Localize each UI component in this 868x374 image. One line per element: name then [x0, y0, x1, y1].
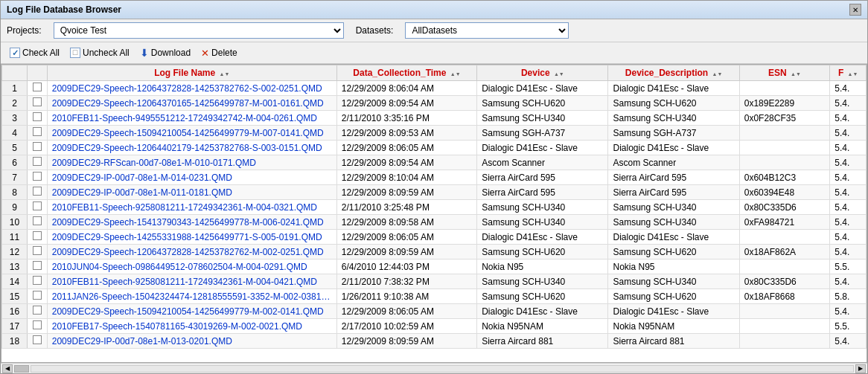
col-header-logfile[interactable]: Log File Name ▲▼ [47, 65, 336, 81]
close-button[interactable]: ✕ [849, 4, 861, 16]
row-check-cell[interactable] [28, 111, 48, 126]
col-header-desc[interactable]: Device_Description ▲▼ [608, 65, 739, 81]
row-checkbox[interactable] [33, 201, 42, 210]
log-table-container[interactable]: Log File Name ▲▼ Data_Collection_Time ▲▼… [1, 64, 867, 363]
row-device-cell: Samsung SCH-U620 [477, 289, 608, 304]
row-time-cell: 12/29/2009 8:06:05 AM [336, 230, 476, 245]
row-desc-cell: Samsung SCH-U620 [608, 96, 739, 111]
row-check-cell[interactable] [28, 230, 48, 245]
row-checkbox[interactable] [33, 246, 42, 255]
row-checkbox[interactable] [33, 216, 42, 225]
row-f-cell: 5.4. [830, 334, 867, 349]
row-checkbox[interactable] [33, 83, 42, 91]
projects-select[interactable]: Qvoice Test [54, 22, 344, 39]
sort-icon-desc[interactable]: ▲▼ [712, 71, 723, 77]
row-checkbox[interactable] [33, 112, 42, 121]
row-checkbox[interactable] [33, 276, 42, 285]
row-checkbox[interactable] [33, 187, 42, 196]
row-num-cell: 13 [2, 259, 28, 274]
row-esn-cell: 0x604B12C3 [739, 170, 830, 185]
row-num-cell: 9 [2, 200, 28, 215]
sort-icon-logfile[interactable]: ▲▼ [220, 71, 230, 77]
projects-row: Projects: Qvoice Test Datasets: AllDatas… [1, 19, 867, 42]
row-f-cell: 5.4. [830, 304, 867, 319]
row-checkbox[interactable] [33, 157, 42, 166]
row-check-cell[interactable] [28, 141, 48, 155]
row-f-cell: 5.4. [830, 215, 867, 230]
row-logfile-cell: 2009DEC29-Speech-15094210054-14256499779… [47, 304, 336, 319]
col-header-time[interactable]: Data_Collection_Time ▲▼ [336, 65, 476, 81]
table-row: 11 2009DEC29-Speech-14255331988-14256499… [2, 230, 867, 245]
row-f-cell: 5.4. [830, 111, 867, 126]
row-esn-cell: 0x189E2289 [739, 96, 830, 111]
check-all-label: Check All [22, 48, 60, 58]
scroll-left-button[interactable]: ◀ [2, 364, 13, 373]
sort-icon-esn[interactable]: ▲▼ [791, 71, 801, 77]
row-f-cell: 5.5. [830, 319, 867, 334]
datasets-select[interactable]: AllDatasets [405, 22, 569, 39]
row-checkbox[interactable] [33, 306, 42, 315]
row-checkbox[interactable] [33, 231, 42, 240]
horizontal-scrollbar[interactable]: ◀ ▶ [1, 363, 867, 373]
row-checkbox[interactable] [33, 127, 42, 136]
row-check-cell[interactable] [28, 170, 48, 185]
row-num-cell: 1 [2, 81, 28, 96]
row-check-cell[interactable] [28, 155, 48, 170]
row-check-cell[interactable] [28, 274, 48, 289]
row-checkbox[interactable] [33, 261, 42, 270]
row-f-cell: 5.4. [830, 96, 867, 111]
table-row: 5 2009DEC29-Speech-12064402179-142537827… [2, 141, 867, 155]
table-header-row: Log File Name ▲▼ Data_Collection_Time ▲▼… [2, 65, 867, 81]
row-device-cell: Sierra AirCard 595 [477, 170, 608, 185]
sort-icon-f[interactable]: ▲▼ [848, 71, 858, 77]
row-time-cell: 1/26/2011 9:10:38 AM [336, 289, 476, 304]
row-check-cell[interactable] [28, 200, 48, 215]
scroll-track-h[interactable] [31, 365, 854, 373]
row-check-cell[interactable] [28, 319, 48, 334]
col-header-device[interactable]: Device ▲▼ [477, 65, 608, 81]
row-logfile-cell: 2009DEC29-Speech-12064372828-14253782762… [47, 81, 336, 96]
row-check-cell[interactable] [28, 304, 48, 319]
row-time-cell: 12/29/2009 8:06:05 AM [336, 304, 476, 319]
row-logfile-cell: 2009DEC29-Speech-12064370165-14256499787… [47, 96, 336, 111]
row-esn-cell [739, 334, 830, 349]
col-header-f[interactable]: F ▲▼ [830, 65, 867, 81]
uncheck-all-button[interactable]: ☐ Uncheck All [67, 46, 133, 59]
row-num-cell: 11 [2, 230, 28, 245]
row-checkbox[interactable] [33, 320, 42, 329]
row-check-cell[interactable] [28, 81, 48, 96]
row-check-cell[interactable] [28, 96, 48, 111]
row-logfile-cell: 2009DEC29-Speech-12064372828-14253782762… [47, 245, 336, 259]
row-checkbox[interactable] [33, 142, 42, 151]
row-checkbox[interactable] [33, 291, 42, 300]
row-check-cell[interactable] [28, 185, 48, 200]
check-all-button[interactable]: ✓ Check All [7, 46, 63, 59]
row-desc-cell: Sierra AirCard 595 [608, 185, 739, 200]
row-logfile-cell: 2009DEC29-RFScan-00d7-08e1-M-010-0171.QM… [47, 155, 336, 170]
row-checkbox[interactable] [33, 335, 42, 344]
row-device-cell: Sierra Aircard 881 [477, 334, 608, 349]
download-button[interactable]: ⬇ Download [137, 45, 194, 60]
delete-button[interactable]: ✕ Delete [198, 46, 240, 60]
row-checkbox[interactable] [33, 97, 42, 106]
row-f-cell: 5.8. [830, 289, 867, 304]
scroll-right-button[interactable]: ▶ [855, 364, 866, 373]
row-device-cell: Nokia N95 [477, 259, 608, 274]
row-f-cell: 5.4. [830, 185, 867, 200]
row-esn-cell: 0xFA984721 [739, 215, 830, 230]
row-checkbox[interactable] [33, 172, 42, 181]
row-device-cell: Dialogic D41Esc - Slave [477, 81, 608, 96]
scroll-thumb-h[interactable] [14, 365, 29, 373]
row-esn-cell [739, 304, 830, 319]
row-check-cell[interactable] [28, 215, 48, 230]
row-check-cell[interactable] [28, 259, 48, 274]
row-esn-cell: 0x18AF8668 [739, 289, 830, 304]
row-check-cell[interactable] [28, 126, 48, 141]
delete-label: Delete [211, 48, 237, 58]
row-check-cell[interactable] [28, 334, 48, 349]
sort-icon-device[interactable]: ▲▼ [554, 71, 564, 77]
col-header-esn[interactable]: ESN ▲▼ [739, 65, 830, 81]
sort-icon-time[interactable]: ▲▼ [450, 71, 461, 77]
row-check-cell[interactable] [28, 289, 48, 304]
row-check-cell[interactable] [28, 245, 48, 259]
